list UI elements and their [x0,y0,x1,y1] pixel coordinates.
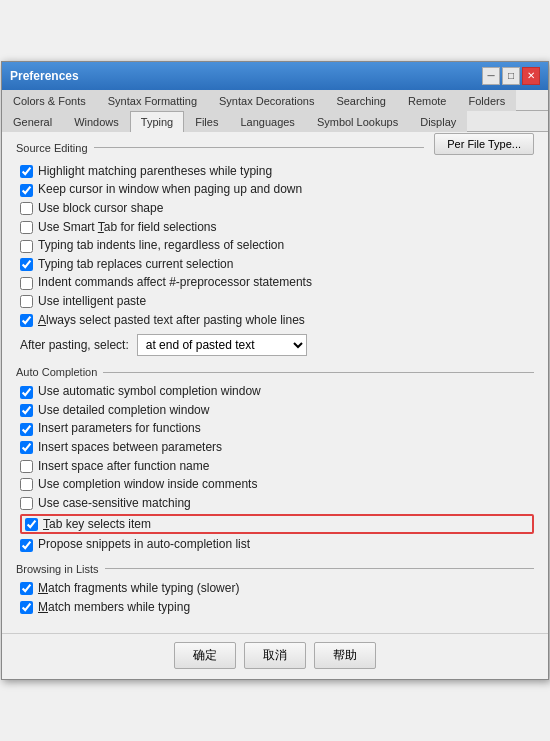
per-file-type-button[interactable]: Per File Type... [434,133,534,155]
tabs-row1: Colors & Fonts Syntax Formatting Syntax … [2,90,548,111]
tab-languages-label: Languages [240,116,294,128]
checkbox-intelligent-paste[interactable] [20,295,33,308]
checkbox-tab-indents[interactable] [20,240,33,253]
label-tab-indents[interactable]: Typing tab indents line, regardless of s… [38,238,284,254]
checkbox-insert-spaces[interactable] [20,441,33,454]
tab-folders-label: Folders [468,95,505,107]
tab-general[interactable]: General [2,111,63,132]
tab-symbol-lookups[interactable]: Symbol Lookups [306,111,409,132]
window-controls: ─ □ ✕ [482,67,540,85]
tab-languages[interactable]: Languages [229,111,305,132]
source-editing-header: Source Editing [16,142,424,154]
label-insert-spaces[interactable]: Insert spaces between parameters [38,440,222,456]
tab-windows-label: Windows [74,116,119,128]
maximize-button[interactable]: □ [502,67,520,85]
label-match-fragments[interactable]: Match fragments while typing (slower) [38,581,239,597]
label-insert-params[interactable]: Insert parameters for functions [38,421,201,437]
checkbox-detailed-completion[interactable] [20,404,33,417]
label-smart-tab[interactable]: Use Smart Tab for field selections [38,220,217,236]
checkbox-row-match-members: Match members while typing [20,600,534,616]
checkbox-match-members[interactable] [20,601,33,614]
checkbox-case-sensitive[interactable] [20,497,33,510]
checkbox-row-insert-spaces: Insert spaces between parameters [20,440,534,456]
checkbox-row-case-sensitive: Use case-sensitive matching [20,496,534,512]
checkbox-row-smart-tab: Use Smart Tab for field selections [20,220,534,236]
tab-files[interactable]: Files [184,111,229,132]
label-detailed-completion[interactable]: Use detailed completion window [38,403,209,419]
label-indent-preprocessor[interactable]: Indent commands affect #-preprocessor st… [38,275,312,291]
checkbox-row-indent-preprocessor: Indent commands affect #-preprocessor st… [20,275,534,291]
after-pasting-row: After pasting, select: at end of pasted … [20,334,534,356]
tab-display[interactable]: Display [409,111,467,132]
title-bar: Preferences ─ □ ✕ [2,62,548,90]
help-button[interactable]: 帮助 [314,642,376,669]
label-block-cursor[interactable]: Use block cursor shape [38,201,163,217]
checkbox-row-keep-cursor: Keep cursor in window when paging up and… [20,182,534,198]
tabs-row2: General Windows Typing Files Languages S… [2,111,548,132]
checkbox-row-tab-replaces: Typing tab replaces current selection [20,257,534,273]
label-intelligent-paste[interactable]: Use intelligent paste [38,294,146,310]
label-completion-comments[interactable]: Use completion window inside comments [38,477,257,493]
label-propose-snippets[interactable]: Propose snippets in auto-completion list [38,537,250,553]
checkbox-row-tab-selects: Tab key selects item [20,514,534,534]
checkbox-match-fragments[interactable] [20,582,33,595]
checkbox-row-completion-comments: Use completion window inside comments [20,477,534,493]
tab-typing[interactable]: Typing [130,111,184,132]
ok-button[interactable]: 确定 [174,642,236,669]
checkbox-row-propose-snippets: Propose snippets in auto-completion list [20,537,534,553]
preferences-window: Preferences ─ □ ✕ Colors & Fonts Syntax … [1,61,549,680]
label-auto-symbol[interactable]: Use automatic symbol completion window [38,384,261,400]
minimize-button[interactable]: ─ [482,67,500,85]
tab-symbol-lookups-label: Symbol Lookups [317,116,398,128]
label-tab-replaces[interactable]: Typing tab replaces current selection [38,257,233,273]
tab-colors-fonts[interactable]: Colors & Fonts [2,90,97,111]
label-tab-selects[interactable]: Tab key selects item [43,517,151,531]
tab-syntax-decorations[interactable]: Syntax Decorations [208,90,325,111]
checkbox-row-select-pasted: Always select pasted text after pasting … [20,313,534,329]
checkbox-auto-symbol[interactable] [20,386,33,399]
checkbox-propose-snippets[interactable] [20,539,33,552]
checkbox-row-block-cursor: Use block cursor shape [20,201,534,217]
label-insert-space-after[interactable]: Insert space after function name [38,459,209,475]
checkbox-select-pasted[interactable] [20,314,33,327]
checkbox-insert-space-after[interactable] [20,460,33,473]
tab-syntax-formatting[interactable]: Syntax Formatting [97,90,208,111]
window-title: Preferences [10,69,79,83]
checkbox-smart-tab[interactable] [20,221,33,234]
tab-folders[interactable]: Folders [457,90,516,111]
after-pasting-label: After pasting, select: [20,338,129,352]
tab-searching[interactable]: Searching [325,90,397,111]
content-area: Source Editing Per File Type... Highligh… [2,132,548,633]
checkbox-highlight-parens[interactable] [20,165,33,178]
label-case-sensitive[interactable]: Use case-sensitive matching [38,496,191,512]
footer: 确定 取消 帮助 [2,633,548,679]
checkbox-keep-cursor[interactable] [20,184,33,197]
checkbox-row-auto-symbol: Use automatic symbol completion window [20,384,534,400]
checkbox-row-insert-space-after: Insert space after function name [20,459,534,475]
checkbox-insert-params[interactable] [20,423,33,436]
tab-general-label: General [13,116,52,128]
checkbox-tab-replaces[interactable] [20,258,33,271]
checkbox-row-insert-params: Insert parameters for functions [20,421,534,437]
auto-completion-section: Auto Completion Use automatic symbol com… [16,366,534,553]
after-pasting-dropdown[interactable]: at end of pasted text at start of pasted… [137,334,307,356]
browsing-section: Browsing in Lists Match fragments while … [16,563,534,615]
close-button[interactable]: ✕ [522,67,540,85]
tab-display-label: Display [420,116,456,128]
tab-windows[interactable]: Windows [63,111,130,132]
label-match-members[interactable]: Match members while typing [38,600,190,616]
label-highlight-parens[interactable]: Highlight matching parentheses while typ… [38,164,272,180]
checkbox-tab-selects[interactable] [25,518,38,531]
label-keep-cursor[interactable]: Keep cursor in window when paging up and… [38,182,302,198]
checkbox-block-cursor[interactable] [20,202,33,215]
tab-syntax-formatting-label: Syntax Formatting [108,95,197,107]
checkbox-row-match-fragments: Match fragments while typing (slower) [20,581,534,597]
checkbox-indent-preprocessor[interactable] [20,277,33,290]
checkbox-row-detailed-completion: Use detailed completion window [20,403,534,419]
label-select-pasted[interactable]: Always select pasted text after pasting … [38,313,305,329]
auto-completion-header: Auto Completion [16,366,534,378]
tab-remote[interactable]: Remote [397,90,458,111]
checkbox-row-tab-indents: Typing tab indents line, regardless of s… [20,238,534,254]
checkbox-completion-comments[interactable] [20,478,33,491]
cancel-button[interactable]: 取消 [244,642,306,669]
